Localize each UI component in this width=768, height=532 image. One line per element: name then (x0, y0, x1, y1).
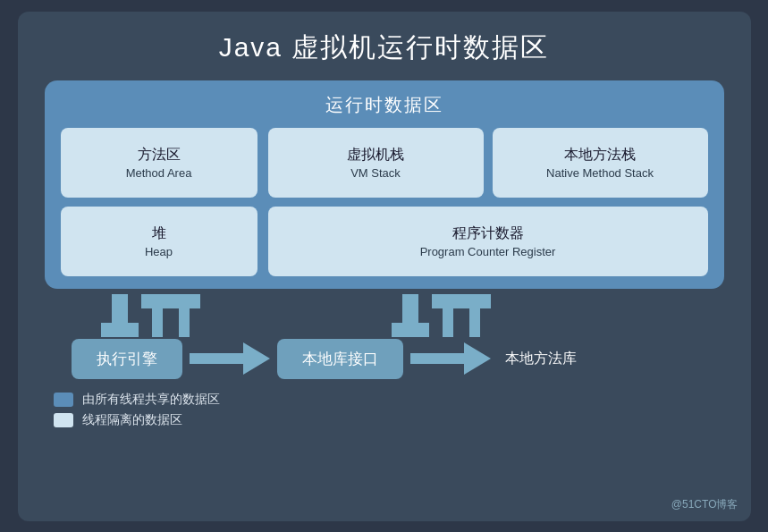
main-title: Java 虚拟机运行时数据区 (219, 30, 550, 66)
right-top-row: 虚拟机栈 VM Stack 本地方法栈 Native Method Stack (268, 128, 708, 198)
vm-stack-cn: 虚拟机栈 (347, 146, 404, 165)
runtime-inner: 方法区 Method Area 堆 Heap 虚拟机栈 VM Stack 本地方… (61, 128, 708, 276)
svg-marker-0 (190, 342, 270, 375)
heap-en: Heap (145, 245, 173, 258)
legend-shared-text: 由所有线程共享的数据区 (82, 392, 220, 408)
legend-item-isolated: 线程隔离的数据区 (54, 412, 724, 428)
execution-engine-label: 执行引擎 (97, 350, 157, 367)
vm-stack-en: VM Stack (350, 166, 401, 180)
arrows-svg (45, 292, 724, 339)
native-interface-label: 本地库接口 (302, 350, 378, 367)
heap-cn: 堆 (152, 224, 166, 243)
counter-en: Program Counter Register (420, 245, 556, 258)
horiz-arrow-2 (410, 339, 491, 378)
method-area-en: Method Area (126, 166, 192, 180)
diagram-container: Java 虚拟机运行时数据区 运行时数据区 方法区 Method Area 堆 … (18, 12, 751, 521)
native-interface-node: 本地库接口 (277, 339, 403, 379)
heap-cell: 堆 Heap (61, 207, 257, 276)
bottom-row: 执行引擎 本地库接口 本地方法库 (45, 339, 724, 379)
horiz-arrow-1 (190, 339, 270, 378)
counter-cn: 程序计数器 (452, 224, 524, 243)
native-library-label: 本地方法库 (505, 350, 577, 368)
counter-cell: 程序计数器 Program Counter Register (268, 207, 708, 276)
native-stack-cn: 本地方法栈 (564, 146, 636, 165)
legend-isolated-text: 线程隔离的数据区 (82, 412, 182, 428)
arrow-down-right (392, 294, 429, 337)
right-column: 虚拟机栈 VM Stack 本地方法栈 Native Method Stack … (268, 128, 708, 276)
arrow-down-left (101, 294, 139, 337)
runtime-box: 运行时数据区 方法区 Method Area 堆 Heap 虚拟机栈 VM St (45, 80, 724, 289)
execution-engine-node: 执行引擎 (72, 339, 182, 379)
arrows-container (45, 292, 724, 337)
watermark: @51CTO博客 (671, 497, 738, 512)
legend-box-shared (54, 393, 73, 407)
legend-box-isolated (54, 413, 73, 427)
runtime-title: 运行时数据区 (325, 93, 443, 117)
arrow-up-right-2 (459, 294, 491, 337)
svg-marker-1 (410, 342, 491, 375)
left-column: 方法区 Method Area 堆 Heap (61, 128, 257, 276)
native-stack-cell: 本地方法栈 Native Method Stack (493, 128, 708, 198)
vm-stack-cell: 虚拟机栈 VM Stack (268, 128, 484, 198)
method-area-cn: 方法区 (138, 146, 181, 165)
legend-item-shared: 由所有线程共享的数据区 (54, 392, 724, 408)
arrow-up-left-2 (168, 294, 200, 337)
legend: 由所有线程共享的数据区 线程隔离的数据区 (45, 392, 724, 428)
native-stack-en: Native Method Stack (546, 166, 654, 180)
method-area-cell: 方法区 Method Area (61, 128, 257, 198)
